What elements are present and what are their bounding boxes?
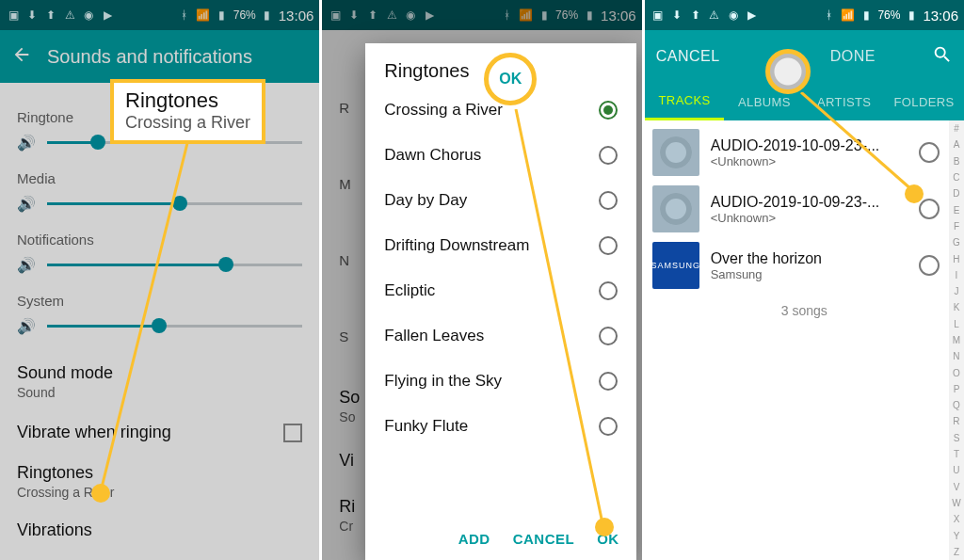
done-button[interactable]: DONE — [830, 48, 876, 65]
alpha-letter[interactable]: Y — [949, 527, 964, 543]
ringtone-list[interactable]: Crossing a RiverDawn ChorusDay by DayDri… — [365, 88, 635, 520]
alpha-letter[interactable]: A — [949, 136, 964, 152]
alpha-letter[interactable]: U — [949, 462, 964, 478]
alpha-letter[interactable]: V — [949, 479, 964, 495]
alpha-letter[interactable]: I — [949, 267, 964, 283]
alpha-letter[interactable]: S — [949, 430, 964, 446]
ringtone-radio[interactable] — [599, 236, 618, 255]
vibrate-checkbox[interactable] — [283, 424, 302, 442]
ringtones-item-value: Crossing a River — [17, 485, 302, 500]
sound-mode-item[interactable]: Sound mode Sound — [17, 363, 302, 400]
alpha-letter[interactable]: J — [949, 283, 964, 299]
download-icon: ⬇ — [669, 8, 684, 23]
alpha-letter[interactable]: W — [949, 495, 964, 511]
ringtones-item-title: Ringtones — [17, 463, 302, 483]
notifications-slider[interactable] — [47, 253, 302, 276]
warning-icon: ⚠ — [707, 8, 722, 23]
system-slider[interactable] — [47, 314, 302, 337]
media-slider[interactable] — [47, 192, 302, 215]
settings-list: Ringtone 🔊 Media 🔊 Notificat — [0, 83, 319, 540]
ok-highlight: OK — [484, 53, 537, 105]
ringtone-label: Dawn Chorus — [384, 146, 481, 165]
cancel-button[interactable]: CANCEL — [656, 48, 720, 65]
track-radio[interactable] — [919, 142, 940, 163]
ringtone-radio[interactable] — [599, 372, 618, 391]
ringtone-radio[interactable] — [599, 327, 618, 345]
track-title: AUDIO-2019-10-09-23-... — [711, 194, 908, 211]
ringtone-row[interactable]: Funky Flute — [365, 404, 635, 449]
callout-ringtones: Ringtones Crossing a River — [110, 79, 265, 144]
alpha-letter[interactable]: L — [949, 316, 964, 332]
ringtones-dialog: Ringtones Crossing a RiverDawn ChorusDay… — [365, 43, 635, 560]
alpha-letter[interactable]: X — [949, 511, 964, 527]
tab-folders[interactable]: FOLDERS — [884, 95, 964, 109]
tab-artists[interactable]: ARTISTS — [804, 95, 884, 109]
ringtone-label: Day by Day — [384, 191, 467, 210]
clock: 13:06 — [279, 8, 314, 24]
track-count: 3 songs — [645, 303, 964, 318]
ringtone-row[interactable]: Ecliptic — [365, 268, 635, 313]
alpha-letter[interactable]: K — [949, 299, 964, 315]
track-radio[interactable] — [919, 199, 940, 219]
status-bar: ▣ ⬇ ⬆ ⚠ ◉ ▶ ᚼ 📶 ▮ 76% ▮ 13:06 — [645, 0, 964, 30]
search-icon[interactable] — [932, 44, 953, 70]
pointer-dot — [905, 184, 924, 203]
alpha-letter[interactable]: T — [949, 446, 964, 462]
alpha-letter[interactable]: G — [949, 234, 964, 250]
back-icon[interactable] — [11, 44, 32, 70]
add-button[interactable]: ADD — [458, 531, 490, 547]
track-info: Over the horizonSamsung — [711, 250, 908, 281]
alpha-letter[interactable]: Q — [949, 397, 964, 413]
tab-albums[interactable]: ALBUMS — [724, 95, 804, 109]
track-subtitle: <Unknown> — [711, 211, 908, 225]
alpha-letter[interactable]: D — [949, 185, 964, 201]
alpha-letter[interactable]: H — [949, 250, 964, 266]
track-info: AUDIO-2019-10-09-23-...<Unknown> — [711, 194, 908, 225]
track-radio[interactable] — [919, 255, 940, 276]
page-title: Sounds and notifications — [47, 46, 252, 68]
track-row[interactable]: SAMSUNGOver the horizonSamsung — [645, 237, 964, 294]
alpha-letter[interactable]: B — [949, 153, 964, 169]
alpha-letter[interactable]: # — [949, 120, 964, 136]
volume-icon: 🔊 — [17, 256, 38, 274]
app-bar: Sounds and notifications — [0, 30, 319, 83]
alpha-letter[interactable]: F — [949, 218, 964, 234]
ringtone-radio[interactable] — [599, 101, 618, 120]
tab-tracks[interactable]: TRACKS — [645, 83, 725, 120]
vibrations-item[interactable]: Vibrations — [17, 520, 302, 540]
alpha-letter[interactable]: E — [949, 201, 964, 217]
signal-icon: ▮ — [215, 8, 230, 23]
alpha-index[interactable]: #ABCDEFGHIJKLMNOPQRSTUVWXYZ — [949, 120, 964, 560]
ringtone-radio[interactable] — [599, 146, 618, 165]
album-art-samsung: SAMSUNG — [652, 242, 699, 289]
ringtone-radio[interactable] — [599, 191, 618, 210]
alpha-letter[interactable]: O — [949, 364, 964, 380]
alpha-letter[interactable]: M — [949, 332, 964, 348]
ringtone-row[interactable]: Drifting Downstream — [365, 223, 635, 268]
vibrate-when-ringing[interactable]: Vibrate when ringing — [17, 423, 302, 442]
album-art-cd-icon — [652, 129, 699, 176]
cancel-button[interactable]: CANCEL — [513, 531, 575, 547]
wifi-icon: 📶 — [196, 8, 211, 23]
volume-icon: 🔊 — [17, 195, 38, 213]
alpha-letter[interactable]: C — [949, 169, 964, 185]
alpha-letter[interactable]: Z — [949, 544, 964, 560]
ringtone-row[interactable]: Fallen Leaves — [365, 313, 635, 359]
ringtones-item[interactable]: Ringtones Crossing a River — [17, 463, 302, 500]
alpha-letter[interactable]: N — [949, 348, 964, 364]
alpha-letter[interactable]: R — [949, 413, 964, 429]
track-list[interactable]: AUDIO-2019-10-09-23-...<Unknown>AUDIO-20… — [645, 120, 964, 294]
ringtone-radio[interactable] — [599, 281, 618, 300]
upload-icon: ⬆ — [688, 8, 703, 23]
ringtone-label: Ecliptic — [384, 281, 435, 300]
picture-icon: ▣ — [6, 8, 21, 23]
ringtone-row[interactable]: Flying in the Sky — [365, 359, 635, 404]
alpha-letter[interactable]: P — [949, 381, 964, 397]
download-icon: ⬇ — [24, 8, 40, 23]
track-row[interactable]: AUDIO-2019-10-09-23-...<Unknown> — [645, 124, 964, 181]
ringtone-row[interactable]: Dawn Chorus — [365, 133, 635, 178]
callout-title: Ringtones — [125, 88, 250, 113]
ringtone-row[interactable]: Day by Day — [365, 178, 635, 223]
section-media: Media — [17, 170, 302, 186]
ringtone-radio[interactable] — [599, 417, 618, 436]
